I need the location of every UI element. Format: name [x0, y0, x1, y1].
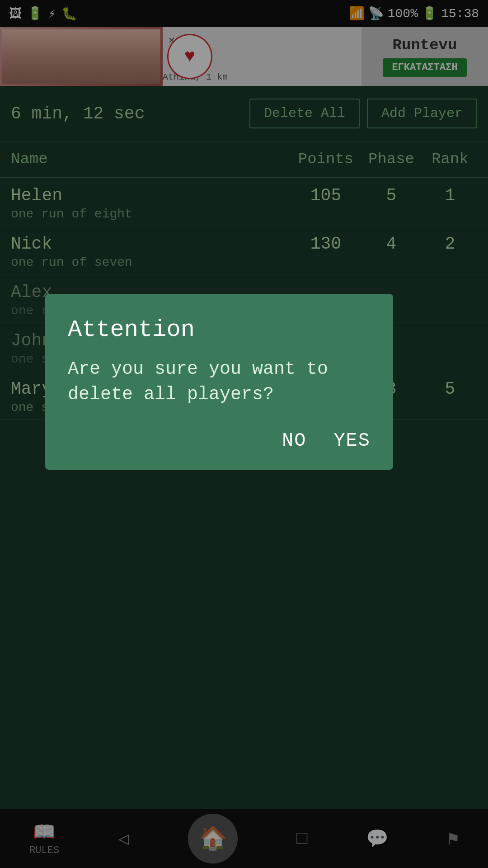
- confirm-dialog: Attention Are you sure you want to delet…: [45, 294, 393, 470]
- dialog-buttons: NO YES: [68, 430, 371, 452]
- dialog-no-button[interactable]: NO: [282, 430, 306, 452]
- dialog-message: Are you sure you want to delete all play…: [68, 357, 371, 407]
- dialog-title: Attention: [68, 316, 371, 343]
- dialog-yes-button[interactable]: YES: [333, 430, 371, 452]
